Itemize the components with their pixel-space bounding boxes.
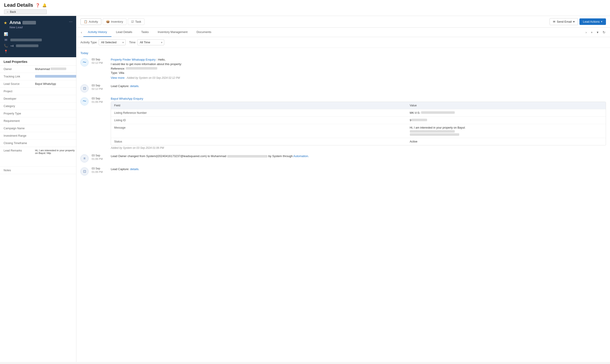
owner-name-blur [227,155,268,157]
activity-type-select[interactable]: All Selected [99,39,125,45]
table-row: Listing Reference Number MK-V-S- [111,109,606,117]
activity-meta: 03 Sep 02:12 PM [92,84,109,92]
share-icon[interactable]: ⋯ [69,20,73,24]
lead-name: Anna [9,20,36,25]
activity-body: Property Finder Whatsapp Enquiry : Hello… [111,58,606,79]
table-cell-label: Message [111,124,407,138]
activity-body: Bayut WhatsApp Enquiry Field Value Listi… [111,97,606,149]
table-row: Listing ID 9 [111,117,606,124]
property-lead-source: Lead Source Bayut WhatsApp [0,80,76,88]
activity-icon-capture2: ⊡ [81,168,88,175]
star-icon[interactable]: ★ [4,20,7,25]
lead-info-email: ✉ [4,38,73,42]
activity-icon-owner: ≡ [81,154,88,162]
activity-body: Lead Owner changed from System(t20240416… [111,154,606,162]
lead-card-info: 📊 ✉ 📞 +4 📍 [4,32,73,54]
toolbar-actions: ✉ Send Email ▾ Lead Actions ▾ [550,18,606,25]
chart-icon: 📊 [4,32,8,36]
filters-bar: Activity Type All Selected Time All Time [76,37,610,48]
list-item: ⊡ 03 Sep 01:06 PM Lead Capture: details. [81,167,606,175]
activity-tab-icon: 📋 [84,20,87,23]
activity-icon-bayut: 〜 [81,97,88,105]
property-lead-remarks: Lead Remarks Hi, I am interested in your… [0,147,76,167]
lead-name-blur [22,21,36,25]
toolbar-tabs: 📋 Activity 📦 Inventory ☑ Task [81,18,144,25]
send-email-button[interactable]: ✉ Send Email ▾ [550,18,578,25]
reference-blur [126,67,157,70]
property-owner: Owner Muhammad [0,65,76,73]
table-row: Message Hi, I am interested in your prop… [111,124,606,138]
activity-table: Field Value Listing Reference Number MK-… [111,102,606,145]
property-tracking-link: Tracking Link [0,73,76,80]
capture-text: Lead Capture: details. [111,84,606,88]
time-select[interactable]: All Time [137,39,164,45]
email-icon: ✉ [4,38,8,42]
activity-meta: 03 Sep 01:06 PM [92,97,109,149]
sub-tab-lead-details[interactable]: Lead Details [111,28,137,37]
activity-meta: 03 Sep 02:12 PM [92,58,109,79]
table-cell-value: Active [407,138,606,145]
activity-meta: 03 Sep 01:06 PM [92,154,109,162]
sub-tab-nav: › + ▾ ↻ [584,29,607,35]
tab-activity[interactable]: 📋 Activity [81,18,101,25]
view-more-link[interactable]: View more [111,76,125,79]
content-area: Today 〜 03 Sep 02:12 PM Property Finder … [76,48,610,362]
property-property-type: Property Type [0,110,76,117]
property-requirement: Requirement [0,117,76,125]
activity-icon-capture1: ⊡ [81,84,88,92]
capture-text2: Lead Capture: details. [111,167,606,171]
sub-tab-tasks[interactable]: Tasks [137,28,153,37]
phone-blur [16,44,38,47]
lead-card: ⋯ ★ Anna New Lead 📊 ✉ [0,16,76,57]
list-item: ≡ 03 Sep 01:06 PM Lead Owner changed fro… [81,154,606,162]
owner-blur [51,67,66,70]
page-header: Lead Details ❓ 🔔 ← Back [0,0,610,16]
sub-tab-documents[interactable]: Documents [192,28,216,37]
activity-text: I would like to get more information abo… [111,62,606,75]
listing-ref-blur [421,111,455,114]
day-label: Today [81,52,606,55]
message-blur1 [410,130,455,133]
activity-icon-whatsapp: 〜 [81,58,88,66]
top-toolbar: 📋 Activity 📦 Inventory ☑ Task ✉ Send Ema… [76,16,610,28]
tab-inventory[interactable]: 📦 Inventory [103,18,126,25]
lead-status: New Lead [9,26,36,29]
sub-tabs: ‹ Activity History Lead Details Tasks In… [76,28,610,37]
sub-tab-next-button[interactable]: › [584,29,588,35]
capture-link2[interactable]: details. [130,168,139,171]
back-button[interactable]: ← Back [4,9,47,14]
sub-tab-dropdown-button[interactable]: ▾ [596,29,600,35]
capture-link[interactable]: details. [130,84,139,88]
location-icon: 📍 [4,50,8,54]
listing-id-blur [411,119,427,121]
help-icon[interactable]: ❓ [36,3,40,7]
activity-added: Added by System on 03 Sep 2024 02:12 PM [125,76,180,79]
remarks-blur3 [35,162,73,165]
inventory-tab-icon: 📦 [106,20,110,23]
activity-meta: 03 Sep 01:06 PM [92,167,109,175]
sub-tab-add-button[interactable]: + [589,29,594,35]
sub-tab-refresh-button[interactable]: ↻ [601,29,607,35]
table-cell-value: 9 [407,117,606,124]
property-closing-timeframe: Closing Timeframe [0,140,76,147]
sub-tab-inventory-management[interactable]: Inventory Management [153,28,192,37]
time-filter: Time All Time [129,39,164,45]
activity-type-select-wrapper: All Selected [99,39,125,45]
activity-title-bayut[interactable]: Bayut WhatsApp Enquiry [111,97,606,100]
automation-link[interactable]: Automation. [293,154,309,158]
lead-properties: Lead Properties Owner Muhammad Tracking … [0,57,76,174]
left-panel: ⋯ ★ Anna New Lead 📊 ✉ [0,16,76,362]
task-tab-icon: ☑ [131,20,134,23]
table-cell-value: MK-V-S- [407,109,606,117]
sub-tab-activity-history[interactable]: Activity History [83,28,111,37]
tab-task[interactable]: ☑ Task [128,18,145,25]
bell-icon[interactable]: 🔔 [42,3,47,7]
properties-header: Lead Properties [0,57,76,65]
activity-title[interactable]: Property Finder Whatsapp Enquiry : Hello… [111,58,606,61]
list-item: ⊡ 03 Sep 02:12 PM Lead Capture: details. [81,84,606,92]
table-cell-label: Listing Reference Number [111,109,407,117]
sub-tab-prev-button[interactable]: ‹ [80,29,83,35]
phone-icon: 📞 [4,44,8,48]
lead-actions-button[interactable]: Lead Actions ▾ [580,18,606,25]
table-row: Status Active [111,138,606,145]
